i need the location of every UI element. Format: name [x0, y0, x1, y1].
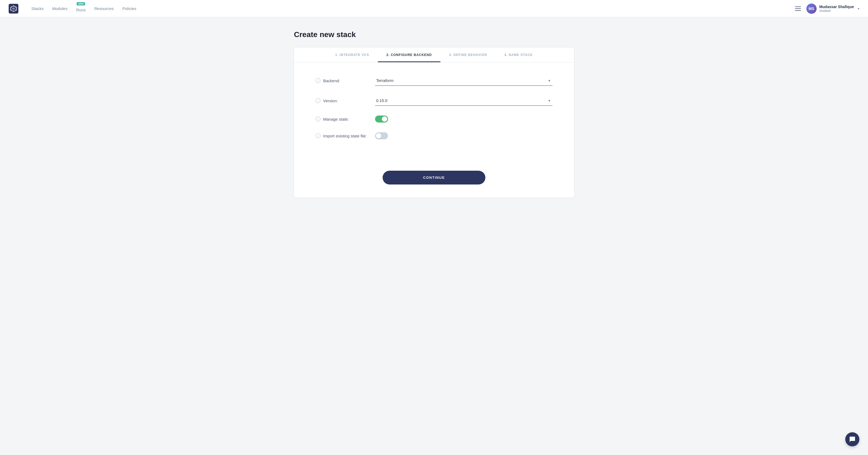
- manage-state-label: i Manage state:: [316, 117, 370, 121]
- step-configure-backend[interactable]: 2. CONFIGURE BACKEND: [378, 48, 440, 62]
- manage-state-row: i Manage state:: [316, 116, 552, 123]
- step-integrate-vcs[interactable]: 1. INTEGRATE VCS: [327, 48, 378, 62]
- step-define-behavior[interactable]: 3. DEFINE BEHAVIOR: [440, 48, 496, 62]
- backend-select[interactable]: Terraform OpenTofu Pulumi Ansible CloudF…: [375, 75, 552, 86]
- form-body: i Backend: Terraform OpenTofu Pulumi Ans…: [294, 62, 574, 162]
- nav-stacks[interactable]: Stacks: [31, 6, 43, 11]
- backend-row: i Backend: Terraform OpenTofu Pulumi Ans…: [316, 75, 552, 86]
- nav-links: Stacks Modules New Runs Resources Polici…: [31, 5, 795, 12]
- import-state-row: i Import existing state file:: [316, 132, 552, 139]
- manage-state-thumb: [382, 116, 387, 122]
- chat-button[interactable]: [845, 432, 859, 446]
- manage-state-info-icon[interactable]: i: [316, 117, 320, 121]
- navbar: Stacks Modules New Runs Resources Polici…: [0, 0, 868, 17]
- hamburger-menu[interactable]: [795, 6, 801, 11]
- version-row: i Version: 0.15.0 0.14.11 0.14.10 0.13.7…: [316, 95, 552, 106]
- logo[interactable]: [9, 4, 19, 13]
- manage-state-toggle-wrapper: [375, 116, 388, 123]
- import-state-toggle[interactable]: [375, 132, 388, 139]
- version-select-wrapper: 0.15.0 0.14.11 0.14.10 0.13.7 0.12.31 ▾: [375, 95, 552, 106]
- nav-resources[interactable]: Resources: [94, 6, 114, 11]
- nav-right: MS Mudassar Shafique mudash ▾: [795, 3, 859, 14]
- main-content: Create new stack 1. INTEGRATE VCS 2. CON…: [285, 17, 583, 210]
- backend-label: i Backend:: [316, 78, 370, 83]
- continue-button-wrapper: CONTINUE: [294, 162, 574, 198]
- user-handle: mudash: [819, 9, 854, 13]
- import-state-track: [375, 132, 388, 139]
- page-title: Create new stack: [294, 30, 574, 39]
- nav-modules[interactable]: Modules: [52, 6, 68, 11]
- user-chevron-icon: ▾: [858, 7, 859, 10]
- runs-badge: New: [77, 2, 85, 5]
- chat-icon: [849, 436, 856, 443]
- user-menu[interactable]: MS Mudassar Shafique mudash ▾: [806, 3, 859, 14]
- backend-info-icon[interactable]: i: [316, 78, 320, 83]
- manage-state-toggle[interactable]: [375, 116, 388, 123]
- step-name-stack[interactable]: 4. NAME STACK: [496, 48, 541, 62]
- version-select[interactable]: 0.15.0 0.14.11 0.14.10 0.13.7 0.12.31: [375, 95, 552, 106]
- create-stack-card: 1. INTEGRATE VCS 2. CONFIGURE BACKEND 3.…: [294, 48, 574, 198]
- nav-runs[interactable]: New Runs: [76, 5, 86, 12]
- backend-select-wrapper: Terraform OpenTofu Pulumi Ansible CloudF…: [375, 75, 552, 86]
- import-state-toggle-wrapper: [375, 132, 388, 139]
- version-info-icon[interactable]: i: [316, 98, 320, 103]
- import-state-thumb: [376, 133, 381, 139]
- manage-state-track: [375, 116, 388, 123]
- continue-button[interactable]: CONTINUE: [383, 171, 485, 184]
- import-state-info-icon[interactable]: i: [316, 133, 320, 138]
- step-indicator: 1. INTEGRATE VCS 2. CONFIGURE BACKEND 3.…: [294, 48, 574, 62]
- import-state-label: i Import existing state file:: [316, 133, 370, 138]
- nav-policies[interactable]: Policies: [122, 6, 136, 11]
- user-name: Mudassar Shafique: [819, 5, 854, 9]
- avatar: MS: [806, 3, 817, 14]
- version-label: i Version:: [316, 98, 370, 103]
